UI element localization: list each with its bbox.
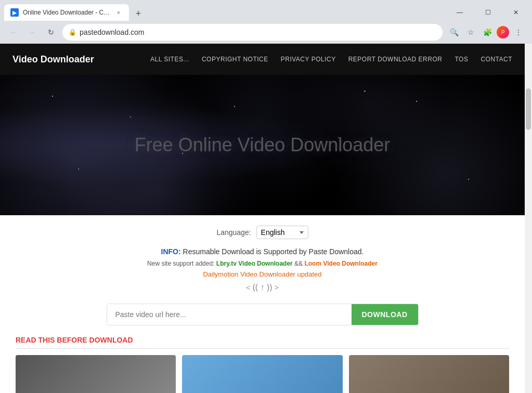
nav-link-copyright[interactable]: COPYRIGHT NOTICE — [202, 56, 268, 63]
back-button[interactable]: ← — [6, 25, 21, 40]
close-button[interactable]: ✕ — [504, 4, 528, 21]
minimize-button[interactable]: — — [448, 4, 472, 21]
site-navigation: Video Downloader ALL SITES... COPYRIGHT … — [0, 44, 525, 75]
info-body: Resumable Download is Supported by Paste… — [183, 247, 364, 256]
extensions-button[interactable]: 🧩 — [480, 25, 495, 40]
hero-section: Free Online Video Downloader — [0, 75, 525, 215]
hero-title: Free Online Video Downloader — [135, 134, 391, 156]
browser-tab[interactable]: ▶ Online Video Downloader - Copy × — [4, 4, 129, 21]
thumbnail-1 — [16, 355, 176, 393]
site-logo[interactable]: Video Downloader — [12, 54, 94, 65]
scrollbar-thumb[interactable] — [526, 88, 531, 130]
nav-link-report[interactable]: REPORT DOWNLOAD ERROR — [348, 56, 443, 63]
lock-icon: 🔒 — [69, 29, 76, 36]
nav-link-tos[interactable]: TOS — [455, 56, 468, 63]
thumbnail-row — [16, 355, 509, 393]
info-text: INFO: Resumable Download is Supported by… — [16, 247, 509, 256]
language-label: Language: — [216, 228, 251, 237]
new-site-text: New site support added: Lbry.tv Video Do… — [16, 260, 509, 267]
emoji-decoration: ＜(( ↑ ))＞ — [16, 282, 509, 293]
maximize-button[interactable]: ☐ — [476, 4, 500, 21]
download-form: DOWNLOAD — [107, 304, 419, 325]
info-keyword: INFO: — [161, 247, 181, 256]
tab-title: Online Video Downloader - Copy — [23, 9, 110, 16]
video-url-input[interactable] — [107, 304, 352, 325]
search-button[interactable]: 🔍 — [447, 25, 461, 40]
thumbnail-3 — [349, 355, 509, 393]
lbry-link[interactable]: Lbry.tv Video Downloader — [216, 260, 293, 267]
scrollbar[interactable] — [525, 87, 532, 393]
language-select[interactable]: English Spanish French German Chinese Ja… — [256, 226, 308, 239]
main-content: Language: English Spanish French German … — [0, 215, 525, 393]
download-button[interactable]: DOWNLOAD — [352, 304, 418, 325]
nav-link-privacy[interactable]: PRIVACY POLICY — [281, 56, 336, 63]
website-content: Video Downloader ALL SITES... COPYRIGHT … — [0, 44, 525, 393]
menu-button[interactable]: ⋮ — [511, 25, 526, 40]
address-bar[interactable]: 🔒 pastedownload.com — [62, 24, 443, 41]
read-before-label: READ THIS BEFORE DOWNLOAD — [16, 336, 509, 349]
tab-close-button[interactable]: × — [114, 8, 123, 17]
loom-link[interactable]: Loom Video Downloader — [304, 260, 377, 267]
dailymotion-link[interactable]: Dailymotion Video Downloader updated — [16, 270, 509, 278]
forward-button[interactable]: → — [25, 25, 40, 40]
thumbnail-2 — [182, 355, 342, 393]
nav-link-all-sites[interactable]: ALL SITES... — [150, 56, 189, 63]
tab-favicon: ▶ — [10, 8, 19, 17]
bookmark-button[interactable]: ☆ — [463, 25, 478, 40]
profile-avatar[interactable]: P — [497, 26, 509, 38]
nav-link-contact[interactable]: CONTACT — [481, 56, 512, 63]
new-tab-button[interactable]: + — [131, 6, 146, 21]
url-text: pastedownload.com — [80, 28, 436, 36]
refresh-button[interactable]: ↻ — [44, 25, 58, 40]
link-separator: && — [294, 260, 303, 267]
new-site-prefix: New site support added: — [147, 260, 214, 267]
